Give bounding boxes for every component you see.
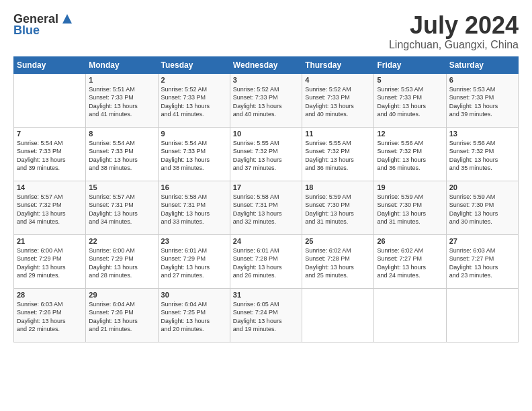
col-header-friday: Friday	[374, 56, 446, 73]
week-row-1: 1Sunrise: 5:51 AM Sunset: 7:33 PM Daylig…	[14, 73, 519, 127]
day-number: 20	[449, 183, 515, 191]
calendar-cell: 10Sunrise: 5:55 AM Sunset: 7:32 PM Dayli…	[230, 127, 302, 181]
cell-info: Sunrise: 6:04 AM Sunset: 7:26 PM Dayligh…	[89, 300, 154, 334]
calendar-cell: 11Sunrise: 5:55 AM Sunset: 7:32 PM Dayli…	[302, 127, 374, 181]
cell-info: Sunrise: 5:55 AM Sunset: 7:32 PM Dayligh…	[305, 139, 371, 173]
day-number: 24	[233, 237, 299, 245]
cell-info: Sunrise: 5:56 AM Sunset: 7:32 PM Dayligh…	[377, 139, 443, 173]
day-number: 29	[89, 291, 154, 299]
calendar-cell: 3Sunrise: 5:52 AM Sunset: 7:33 PM Daylig…	[230, 73, 302, 127]
cell-info: Sunrise: 5:52 AM Sunset: 7:33 PM Dayligh…	[161, 85, 227, 119]
calendar-cell: 4Sunrise: 5:52 AM Sunset: 7:33 PM Daylig…	[302, 73, 374, 127]
cell-info: Sunrise: 6:02 AM Sunset: 7:28 PM Dayligh…	[305, 246, 371, 280]
day-number: 13	[449, 130, 515, 138]
calendar-cell: 14Sunrise: 5:57 AM Sunset: 7:32 PM Dayli…	[14, 181, 86, 234]
cell-info: Sunrise: 6:04 AM Sunset: 7:25 PM Dayligh…	[161, 300, 227, 334]
day-number: 14	[17, 183, 83, 191]
day-number: 28	[17, 291, 83, 299]
location-subtitle: Lingchuan, Guangxi, China	[389, 39, 519, 51]
col-header-wednesday: Wednesday	[230, 56, 302, 73]
day-number: 6	[449, 76, 515, 84]
cell-info: Sunrise: 6:02 AM Sunset: 7:27 PM Dayligh…	[377, 246, 443, 280]
day-number: 7	[17, 130, 83, 138]
calendar-cell: 8Sunrise: 5:54 AM Sunset: 7:33 PM Daylig…	[86, 127, 158, 181]
cell-info: Sunrise: 6:00 AM Sunset: 7:29 PM Dayligh…	[17, 246, 83, 280]
cell-info: Sunrise: 6:03 AM Sunset: 7:27 PM Dayligh…	[449, 246, 515, 280]
cell-info: Sunrise: 5:52 AM Sunset: 7:33 PM Dayligh…	[305, 85, 371, 119]
calendar-cell	[302, 288, 374, 342]
calendar-cell: 16Sunrise: 5:58 AM Sunset: 7:31 PM Dayli…	[158, 181, 230, 234]
calendar-cell: 9Sunrise: 5:54 AM Sunset: 7:33 PM Daylig…	[158, 127, 230, 181]
calendar-cell: 13Sunrise: 5:56 AM Sunset: 7:32 PM Dayli…	[446, 127, 518, 181]
calendar-cell: 24Sunrise: 6:01 AM Sunset: 7:28 PM Dayli…	[230, 234, 302, 288]
day-number: 11	[305, 130, 371, 138]
calendar-cell: 12Sunrise: 5:56 AM Sunset: 7:32 PM Dayli…	[374, 127, 446, 181]
logo: General Blue	[13, 12, 75, 38]
cell-info: Sunrise: 5:55 AM Sunset: 7:32 PM Dayligh…	[233, 139, 299, 173]
cell-info: Sunrise: 5:59 AM Sunset: 7:30 PM Dayligh…	[449, 193, 515, 226]
title-block: July 2024 Lingchuan, Guangxi, China	[389, 12, 519, 51]
calendar-cell: 22Sunrise: 6:00 AM Sunset: 7:29 PM Dayli…	[86, 234, 158, 288]
calendar-cell: 29Sunrise: 6:04 AM Sunset: 7:26 PM Dayli…	[86, 288, 158, 342]
day-number: 15	[89, 183, 154, 191]
day-number: 3	[233, 76, 299, 84]
day-number: 18	[305, 183, 371, 191]
day-number: 12	[377, 130, 443, 138]
calendar-cell	[14, 73, 86, 127]
calendar-cell: 27Sunrise: 6:03 AM Sunset: 7:27 PM Dayli…	[446, 234, 518, 288]
calendar-cell: 19Sunrise: 5:59 AM Sunset: 7:30 PM Dayli…	[374, 181, 446, 234]
day-number: 21	[17, 237, 83, 245]
cell-info: Sunrise: 5:51 AM Sunset: 7:33 PM Dayligh…	[89, 85, 154, 119]
calendar-cell: 1Sunrise: 5:51 AM Sunset: 7:33 PM Daylig…	[86, 73, 158, 127]
cell-info: Sunrise: 5:54 AM Sunset: 7:33 PM Dayligh…	[17, 139, 83, 173]
calendar-cell: 26Sunrise: 6:02 AM Sunset: 7:27 PM Dayli…	[374, 234, 446, 288]
month-year-title: July 2024	[389, 12, 519, 39]
calendar-cell: 25Sunrise: 6:02 AM Sunset: 7:28 PM Dayli…	[302, 234, 374, 288]
col-header-monday: Monday	[86, 56, 158, 73]
day-number: 31	[233, 291, 299, 299]
day-number: 9	[161, 130, 227, 138]
day-number: 10	[233, 130, 299, 138]
calendar-cell: 30Sunrise: 6:04 AM Sunset: 7:25 PM Dayli…	[158, 288, 230, 342]
calendar-cell	[374, 288, 446, 342]
col-header-saturday: Saturday	[446, 56, 518, 73]
calendar-body: 1Sunrise: 5:51 AM Sunset: 7:33 PM Daylig…	[14, 73, 519, 342]
day-number: 27	[449, 237, 515, 245]
week-row-4: 21Sunrise: 6:00 AM Sunset: 7:29 PM Dayli…	[14, 234, 519, 288]
calendar-cell	[446, 288, 518, 342]
page-header: General Blue July 2024 Lingchuan, Guangx…	[13, 12, 519, 51]
calendar-table: SundayMondayTuesdayWednesdayThursdayFrid…	[13, 56, 519, 342]
cell-info: Sunrise: 6:05 AM Sunset: 7:24 PM Dayligh…	[233, 300, 299, 334]
logo-icon	[60, 11, 75, 26]
col-header-sunday: Sunday	[14, 56, 86, 73]
day-number: 8	[89, 130, 154, 138]
day-number: 1	[89, 76, 154, 84]
cell-info: Sunrise: 6:01 AM Sunset: 7:28 PM Dayligh…	[233, 246, 299, 280]
cell-info: Sunrise: 6:00 AM Sunset: 7:29 PM Dayligh…	[89, 246, 154, 280]
cell-info: Sunrise: 6:01 AM Sunset: 7:29 PM Dayligh…	[161, 246, 227, 280]
calendar-cell: 6Sunrise: 5:53 AM Sunset: 7:33 PM Daylig…	[446, 73, 518, 127]
cell-info: Sunrise: 5:59 AM Sunset: 7:30 PM Dayligh…	[377, 193, 443, 226]
week-row-2: 7Sunrise: 5:54 AM Sunset: 7:33 PM Daylig…	[14, 127, 519, 181]
day-number: 19	[377, 183, 443, 191]
calendar-cell: 23Sunrise: 6:01 AM Sunset: 7:29 PM Dayli…	[158, 234, 230, 288]
day-number: 4	[305, 76, 371, 84]
cell-info: Sunrise: 5:58 AM Sunset: 7:31 PM Dayligh…	[161, 193, 227, 226]
calendar-cell: 2Sunrise: 5:52 AM Sunset: 7:33 PM Daylig…	[158, 73, 230, 127]
svg-marker-0	[62, 14, 72, 24]
col-header-thursday: Thursday	[302, 56, 374, 73]
day-number: 17	[233, 183, 299, 191]
calendar-cell: 21Sunrise: 6:00 AM Sunset: 7:29 PM Dayli…	[14, 234, 86, 288]
day-number: 5	[377, 76, 443, 84]
day-number: 16	[161, 183, 227, 191]
calendar-cell: 20Sunrise: 5:59 AM Sunset: 7:30 PM Dayli…	[446, 181, 518, 234]
calendar-cell: 31Sunrise: 6:05 AM Sunset: 7:24 PM Dayli…	[230, 288, 302, 342]
cell-info: Sunrise: 6:03 AM Sunset: 7:26 PM Dayligh…	[17, 300, 83, 334]
cell-info: Sunrise: 5:54 AM Sunset: 7:33 PM Dayligh…	[89, 139, 154, 173]
calendar-cell: 5Sunrise: 5:53 AM Sunset: 7:33 PM Daylig…	[374, 73, 446, 127]
day-number: 22	[89, 237, 154, 245]
cell-info: Sunrise: 5:53 AM Sunset: 7:33 PM Dayligh…	[377, 85, 443, 119]
col-header-tuesday: Tuesday	[158, 56, 230, 73]
calendar-cell: 7Sunrise: 5:54 AM Sunset: 7:33 PM Daylig…	[14, 127, 86, 181]
day-number: 25	[305, 237, 371, 245]
